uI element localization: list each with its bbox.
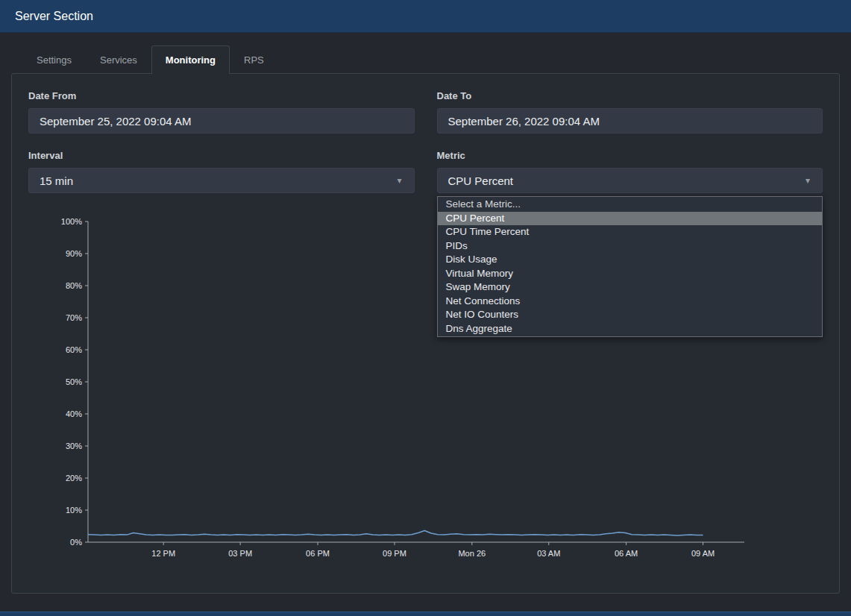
metric-option-dns-aggregate[interactable]: Dns Aggregate: [438, 322, 823, 336]
tab-settings[interactable]: Settings: [22, 45, 86, 74]
tab-monitoring[interactable]: Monitoring: [151, 45, 230, 74]
metric-option-disk-usage[interactable]: Disk Usage: [438, 253, 823, 267]
svg-text:80%: 80%: [66, 281, 82, 290]
svg-text:09 AM: 09 AM: [691, 549, 715, 558]
svg-text:Mon 26: Mon 26: [458, 549, 486, 558]
interval-select[interactable]: 15 min ▾: [28, 168, 415, 193]
metric-selected-value: CPU Percent: [448, 175, 514, 187]
page-title: Server Section: [15, 10, 93, 23]
svg-text:30%: 30%: [66, 441, 82, 450]
interval-field: Interval 15 min ▾: [28, 150, 415, 193]
date-from-label: Date From: [28, 90, 415, 101]
svg-text:06 PM: 06 PM: [306, 549, 330, 558]
svg-text:06 AM: 06 AM: [615, 549, 638, 558]
interval-selected-value: 15 min: [40, 175, 73, 187]
metric-label: Metric: [437, 150, 823, 161]
metric-option-cpu-percent[interactable]: CPU Percent: [438, 212, 823, 226]
date-to-input[interactable]: [437, 108, 823, 133]
metric-option-net-io-counters[interactable]: Net IO Counters: [438, 308, 823, 322]
bottom-bar: [0, 612, 851, 616]
svg-text:03 PM: 03 PM: [228, 549, 252, 558]
svg-text:0%: 0%: [70, 538, 82, 547]
svg-text:50%: 50%: [66, 377, 82, 386]
tab-rps[interactable]: RPS: [230, 45, 278, 74]
metric-option-placeholder[interactable]: Select a Metric...: [438, 198, 823, 212]
svg-text:90%: 90%: [66, 249, 82, 258]
metric-dropdown: Select a Metric... CPU Percent CPU Time …: [437, 196, 823, 337]
chevron-down-icon: ▾: [397, 175, 401, 186]
svg-text:100%: 100%: [61, 217, 82, 226]
svg-text:70%: 70%: [66, 313, 82, 322]
metric-field: Metric CPU Percent ▾ Select a Metric... …: [437, 150, 823, 193]
interval-label: Interval: [28, 150, 415, 161]
metric-option-net-connections[interactable]: Net Connections: [438, 295, 823, 309]
svg-text:03 AM: 03 AM: [537, 549, 560, 558]
svg-text:40%: 40%: [66, 409, 82, 418]
filter-form: Date From Date To Interval 15 min ▾ Metr…: [28, 90, 823, 193]
header: Server Section: [0, 0, 851, 33]
metric-option-cpu-time-percent[interactable]: CPU Time Percent: [438, 225, 823, 239]
content: Settings Services Monitoring RPS Date Fr…: [0, 45, 851, 594]
date-to-label: Date To: [437, 90, 823, 101]
metric-option-virtual-memory[interactable]: Virtual Memory: [438, 267, 823, 281]
metric-select[interactable]: CPU Percent ▾: [437, 168, 823, 193]
tab-bar: Settings Services Monitoring RPS: [11, 45, 840, 73]
metric-option-pids[interactable]: PIDs: [438, 239, 823, 254]
svg-text:10%: 10%: [66, 506, 82, 515]
chevron-down-icon: ▾: [806, 175, 810, 186]
monitoring-panel: Date From Date To Interval 15 min ▾ Metr…: [11, 73, 840, 594]
svg-text:20%: 20%: [66, 474, 82, 483]
svg-text:12 PM: 12 PM: [151, 549, 175, 558]
date-from-field: Date From: [28, 90, 415, 133]
metric-option-swap-memory[interactable]: Swap Memory: [438, 280, 823, 295]
date-from-input[interactable]: [28, 108, 415, 133]
date-to-field: Date To: [437, 90, 823, 133]
svg-text:60%: 60%: [66, 345, 82, 354]
tab-services[interactable]: Services: [86, 45, 151, 74]
svg-text:09 PM: 09 PM: [383, 549, 406, 558]
